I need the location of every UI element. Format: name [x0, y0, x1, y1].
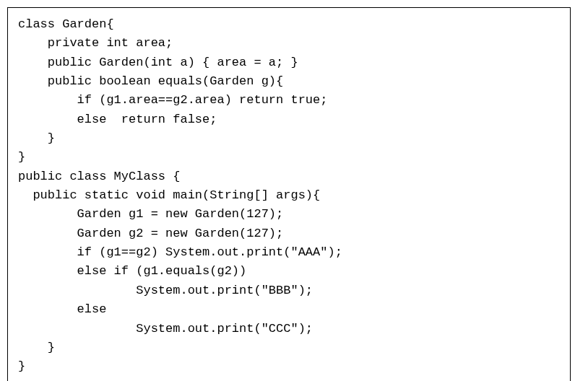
code-line: else if (g1.equals(g2)) [18, 264, 246, 278]
code-line: Garden g2 = new Garden(127); [18, 227, 283, 240]
code-line: } [18, 341, 55, 354]
code-line: private int area; [18, 36, 173, 50]
code-line: } [18, 359, 25, 373]
code-line: Garden g1 = new Garden(127); [18, 207, 283, 221]
code-line: System.out.print("CCC"); [18, 322, 313, 336]
code-line: class Garden{ [18, 17, 114, 31]
code-line: } [18, 150, 25, 164]
code-line: else return false; [18, 113, 217, 126]
code-line: System.out.print("BBB"); [18, 284, 313, 297]
code-line: public boolean equals(Garden g){ [18, 74, 283, 88]
code-line: public class MyClass { [18, 170, 180, 183]
code-snippet: class Garden{ private int area; public G… [7, 7, 571, 381]
code-line: else [18, 302, 106, 316]
code-line: } [18, 131, 55, 145]
code-line: if (g1.area==g2.area) return true; [18, 93, 327, 107]
code-line: public static void main(String[] args){ [18, 188, 320, 202]
code-line: public Garden(int a) { area = a; } [18, 56, 298, 69]
code-line: if (g1==g2) System.out.print("AAA"); [18, 245, 342, 259]
